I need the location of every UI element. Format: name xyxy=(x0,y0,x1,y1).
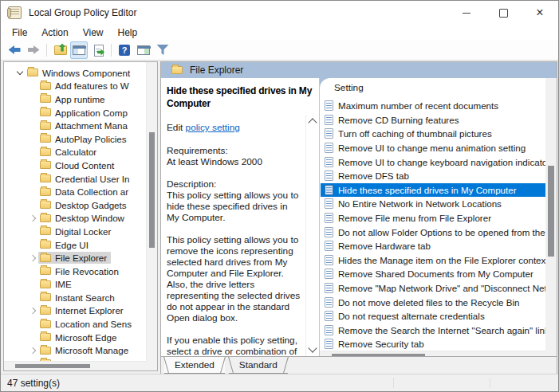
chevron-icon[interactable] xyxy=(29,94,38,104)
setting-row[interactable]: Do not allow Folder Options to be opened… xyxy=(321,225,545,239)
chevron-icon[interactable] xyxy=(29,240,38,249)
tree-item[interactable]: Location and Sens xyxy=(4,317,145,331)
setting-row[interactable]: Hides the Manage item on the File Explor… xyxy=(321,253,545,268)
export-list-button[interactable] xyxy=(89,41,107,59)
setting-row[interactable]: Do not move deleted files to the Recycle… xyxy=(321,295,545,309)
chevron-icon[interactable] xyxy=(29,280,38,289)
tree-item-hit-area[interactable]: Data Collection ar xyxy=(38,186,132,198)
setting-row[interactable]: Remove Shared Documents from My Computer xyxy=(321,267,545,281)
tree-item-hit-area[interactable]: File Revocation xyxy=(38,265,123,277)
tree-item-hit-area[interactable]: File Explorer xyxy=(38,252,111,264)
tab-standard[interactable]: Standard xyxy=(229,357,288,374)
scrollbar-thumb[interactable] xyxy=(149,132,155,248)
scrollbar-thumb[interactable] xyxy=(548,166,554,257)
menu-action[interactable]: Action xyxy=(34,26,75,39)
close-button[interactable]: × xyxy=(522,1,558,25)
scroll-down-icon[interactable] xyxy=(308,343,317,352)
setting-row[interactable]: Do not request alternate credentials xyxy=(321,309,545,323)
tree-item-hit-area[interactable]: Edge UI xyxy=(38,239,93,251)
menu-view[interactable]: View xyxy=(76,26,111,39)
setting-row[interactable]: Hide these specified drives in My Comput… xyxy=(321,183,545,198)
tree-item[interactable]: Edge UI xyxy=(4,238,145,252)
chevron-icon[interactable] xyxy=(29,226,38,236)
tab-extended[interactable]: Extended xyxy=(164,357,225,374)
tree-item-hit-area[interactable]: Location and Sens xyxy=(38,318,136,330)
tree-item[interactable]: Microsoft Manage xyxy=(4,343,145,357)
up-one-level-button[interactable] xyxy=(51,41,69,59)
chevron-icon[interactable] xyxy=(29,346,38,355)
chevron-icon[interactable] xyxy=(29,81,38,91)
chevron-icon[interactable] xyxy=(29,253,38,263)
tree-horizontal-scrollbar[interactable] xyxy=(4,361,146,370)
tree-item[interactable]: Cloud Content xyxy=(4,159,145,172)
tree-item[interactable]: Attachment Mana xyxy=(4,119,145,132)
show-console-tree-button[interactable] xyxy=(70,41,88,59)
tree-item-hit-area[interactable]: Credential User In xyxy=(38,173,133,185)
chevron-icon[interactable] xyxy=(29,174,38,183)
tree-item-hit-area[interactable]: Instant Search xyxy=(38,292,119,304)
minimize-button[interactable] xyxy=(448,1,485,25)
tree-item[interactable]: Instant Search xyxy=(4,291,145,304)
setting-row[interactable]: Remove UI to change menu animation setti… xyxy=(321,141,545,155)
tree-item-hit-area[interactable]: Add features to W xyxy=(38,80,133,92)
chevron-icon[interactable] xyxy=(29,134,38,143)
chevron-icon[interactable] xyxy=(29,292,38,302)
scrollbar-thumb[interactable] xyxy=(15,364,90,368)
back-button[interactable] xyxy=(6,41,23,59)
tree-item[interactable]: File Revocation xyxy=(4,265,145,278)
setting-row[interactable]: Remove the Search the Internet "Search a… xyxy=(321,323,545,338)
scroll-up-icon[interactable] xyxy=(308,118,317,127)
tree-item-hit-area[interactable]: Attachment Mana xyxy=(38,120,132,131)
list-vertical-scrollbar[interactable] xyxy=(545,78,557,351)
edit-policy-setting-link[interactable]: policy setting xyxy=(186,122,240,133)
tree-item-hit-area[interactable]: App runtime xyxy=(38,93,109,105)
chevron-icon[interactable] xyxy=(29,187,38,197)
tree-item-hit-area[interactable]: Application Comp xyxy=(38,107,132,119)
show-action-pane-button[interactable] xyxy=(135,41,152,59)
tree-item[interactable]: Add features to W xyxy=(4,80,145,93)
tree-item[interactable]: Calculator xyxy=(4,146,145,159)
tree-item[interactable]: Internet Explorer xyxy=(4,304,145,318)
setting-row[interactable]: Remove Security tab xyxy=(321,337,545,351)
chevron-icon[interactable] xyxy=(16,68,26,77)
tree-item[interactable]: Application Comp xyxy=(4,106,145,120)
tree-item-hit-area[interactable]: Digital Locker xyxy=(38,225,115,237)
chevron-icon[interactable] xyxy=(29,319,38,329)
forward-button[interactable] xyxy=(25,41,42,59)
setting-row[interactable]: Maximum number of recent documents xyxy=(321,99,545,113)
chevron-icon[interactable] xyxy=(29,160,38,170)
setting-row[interactable]: Remove Hardware tab xyxy=(321,239,545,253)
tree-item-hit-area[interactable]: Desktop Gadgets xyxy=(38,199,131,211)
tree-item-hit-area[interactable]: Microsoft Manage xyxy=(38,344,132,356)
menu-help[interactable]: Help xyxy=(111,26,145,39)
help-button[interactable] xyxy=(116,41,133,59)
chevron-icon[interactable] xyxy=(29,108,38,117)
tree-item[interactable]: Microsoft Edge xyxy=(4,331,145,344)
tree-item[interactable]: App runtime xyxy=(4,92,145,106)
chevron-icon[interactable] xyxy=(29,214,38,223)
setting-row[interactable]: Remove UI to change keyboard navigation … xyxy=(321,155,545,169)
tree-item[interactable]: AutoPlay Policies xyxy=(4,132,145,146)
maximize-button[interactable] xyxy=(485,1,522,25)
tree-item[interactable]: IME xyxy=(4,278,145,292)
description-scrollbar[interactable] xyxy=(305,115,319,356)
setting-row[interactable]: Turn off caching of thumbnail pictures xyxy=(321,127,545,141)
chevron-icon[interactable] xyxy=(29,306,38,316)
tree-item[interactable]: Data Collection ar xyxy=(4,185,145,198)
tree-vertical-scrollbar[interactable] xyxy=(146,62,157,361)
tree-item-hit-area[interactable]: Internet Explorer xyxy=(38,304,128,316)
chevron-icon[interactable] xyxy=(29,266,38,276)
tree-item-hit-area[interactable]: Desktop Window xyxy=(38,212,128,224)
tree-item[interactable]: Digital Locker xyxy=(4,225,145,238)
tree-item-hit-area[interactable]: Calculator xyxy=(38,146,100,158)
setting-column-header[interactable]: Setting xyxy=(334,82,364,93)
tree-item-hit-area[interactable]: IME xyxy=(38,278,76,290)
chevron-icon[interactable] xyxy=(29,200,38,210)
setting-row[interactable]: Remove "Map Network Drive" and "Disconne… xyxy=(321,281,545,296)
filter-button[interactable] xyxy=(154,41,171,59)
setting-row[interactable]: Remove DFS tab xyxy=(321,169,545,183)
tree-item-hit-area[interactable]: Microsoft Edge xyxy=(38,331,120,343)
chevron-icon[interactable] xyxy=(29,332,38,342)
tree-item[interactable]: Credential User In xyxy=(4,172,145,186)
tree-item-hit-area[interactable]: Windows Component xyxy=(26,67,134,79)
